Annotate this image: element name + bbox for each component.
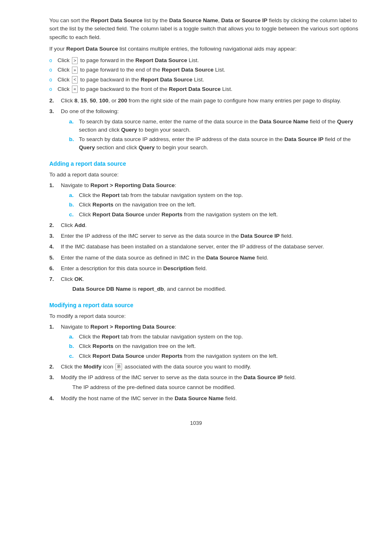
bold-report-data-source-nav-2: Report Data Source [92,353,144,359]
bold-report-reporting-ds: Report > Reporting Data Source [90,182,175,188]
bold-report-tab: Report [102,192,120,198]
adding-sub-list-1: Click the Report tab from the tabular na… [69,191,359,219]
bold-report-data-source-2: Report Data Source [66,46,118,52]
bold-report-data-source-1: Report Data Source [91,17,143,23]
bold-report-reporting-ds-2: Report > Reporting Data Source [90,324,175,330]
modifying-section: Modifying a report data source To modify… [49,301,359,403]
intro-numbered-list: Click 8, 15, 50, 100, or 200 from the ri… [49,97,359,152]
bold-query-3: Query [79,144,95,151]
adding-section: Adding a report data source To add a rep… [49,160,359,294]
content-area: You can sort the Report Data Source list… [49,16,359,403]
intro-sub-item-a: To search by data source name, enter the… [69,118,359,134]
modifying-numbered-list: Navigate to Report > Reporting Data Sour… [49,323,359,403]
intro-para2: If your Report Data Source list contains… [49,45,359,53]
adding-item-4: If the IMC database has been installed o… [49,243,359,251]
bullet-item-backward: Click < to page backward in the Report D… [49,76,359,84]
bold-report-tab-2: Report [102,334,120,340]
bold-add: Add [74,222,85,228]
bold-rds-3: Report Data Source [136,57,187,63]
bold-data-source-name: Data Source Name [169,17,218,23]
forward-end-icon: » [72,67,78,74]
bold-reports-1: Reports [92,202,113,208]
bold-data-source-name-3: Data Source Name [206,255,255,261]
bold-data-source-name-4: Data Source Name [175,395,224,401]
bold-query-1: Query [337,118,353,125]
bold-reports-4: Reports [161,353,182,359]
adding-item-6: Enter a description for this data source… [49,264,359,273]
bold-data-source-ip-3: Data Source IP [244,374,283,380]
modifying-intro: To modify a report data source: [49,312,359,320]
bold-rds-6: Report Data Source [169,86,221,92]
adding-item-2: Click Add. [49,221,359,229]
bold-data-source-name-2: Data Source Name [259,118,308,125]
adding-heading: Adding a report data source [49,160,359,168]
modifying-sub-1a: Click the Report tab from the tabular na… [69,333,359,341]
modifying-sub-1b: Click Reports on the navigation tree on … [69,342,359,350]
bold-8: 8 [74,97,78,104]
adding-sub-1c: Click Report Data Source under Reports f… [69,211,359,219]
page: You can sort the Report Data Source list… [0,0,392,533]
adding-item-7: Click OK. Data Source DB Name is report_… [49,275,359,294]
adding-numbered-list: Navigate to Report > Reporting Data Sour… [49,181,359,294]
adding-intro: To add a report data source: [49,171,359,179]
modifying-heading: Modifying a report data source [49,301,359,310]
modifying-item-2: Click the Modify icon 🖹 associated with … [49,363,359,371]
bold-data-or-source-ip: Data or Source IP [221,17,267,23]
bold-data-source-ip-2: Data Source IP [240,233,279,239]
adding-sub-1b: Click Reports on the navigation tree on … [69,201,359,209]
adding-sub-1a: Click the Report tab from the tabular na… [69,191,359,199]
intro-item-2: Click 8, 15, 50, 100, or 200 from the ri… [49,97,359,105]
adding-item-3: Enter the IP address of the IMC server t… [49,232,359,240]
bold-ok: OK [74,276,83,282]
intro-section: You can sort the Report Data Source list… [49,16,359,152]
bold-reports-3: Reports [92,343,113,349]
bold-100: 100 [99,97,108,104]
modifying-item-3: Modify the IP address of the IMC server … [49,373,359,392]
bold-rds-5: Report Data Source [141,76,192,83]
bold-200: 200 [118,97,127,104]
bold-query-4: Query [139,144,155,151]
forward-icon: > [72,57,78,64]
backward-icon: < [72,76,78,83]
bold-reports-2: Reports [161,211,182,218]
modifying-item-1: Navigate to Report > Reporting Data Sour… [49,323,359,360]
page-number: 1039 [190,420,202,426]
adding-item-1: Navigate to Report > Reporting Data Sour… [49,181,359,219]
bullet-item-backward-front: Click « to page backward to the front of… [49,85,359,93]
navigation-bullets: Click > to page forward in the Report Da… [49,56,359,93]
modifying-item-4: Modify the host name of the IMC server i… [49,394,359,403]
bold-rds-4: Report Data Source [162,67,214,73]
adding-item-5: Enter the name of the data source as def… [49,254,359,262]
intro-para1: You can sort the Report Data Source list… [49,16,359,42]
bold-data-source-ip-1: Data Source IP [284,136,323,142]
bullet-item-forward: Click > to page forward in the Report Da… [49,56,359,65]
backward-front-icon: « [72,86,78,93]
bold-data-source-db-name: Data Source DB Name [72,286,131,292]
bullet-item-forward-end: Click » to page forward to the end of th… [49,66,359,74]
bold-15: 15 [81,97,87,104]
bold-modify: Modify [84,364,102,370]
intro-sub-item-b: To search by data source IP address, ent… [69,135,359,152]
bold-50: 50 [90,97,96,104]
modifying-sub-1c: Click Report Data Source under Reports f… [69,352,359,360]
bold-report-db: report_db [138,286,164,292]
adding-note: Data Source DB Name is report_db, and ca… [72,285,359,293]
modifying-sub-list-1: Click the Report tab from the tabular na… [69,333,359,360]
modifying-note: The IP address of the pre-defined data s… [72,383,359,392]
bold-description: Description [163,265,194,271]
bold-report-data-source-nav: Report Data Source [92,211,144,218]
intro-item-3: Do one of the following: To search by da… [49,107,359,152]
page-footer: 1039 [25,419,367,427]
bold-query-2: Query [121,127,137,133]
intro-sub-list: To search by data source name, enter the… [69,118,359,152]
modify-icon: 🖹 [115,364,122,370]
